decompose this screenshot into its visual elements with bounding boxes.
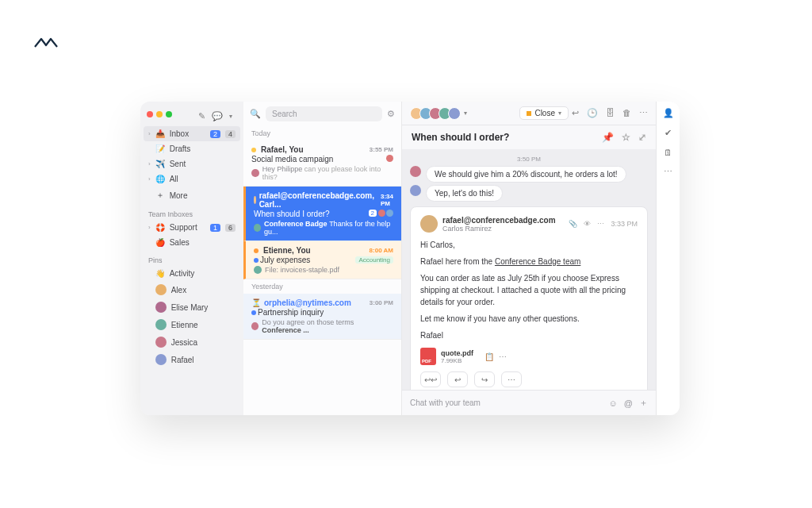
sidebar-item-person[interactable]: ›Alex (140, 281, 243, 298)
sidebar-item-more[interactable]: ›＋ More (140, 187, 243, 204)
attachment-icon[interactable]: 📎 (569, 220, 577, 228)
sidebar-item-all[interactable]: ›🌐 All (140, 171, 243, 187)
attachment-name: quote.pdf (441, 349, 473, 357)
sidebar-item-sales[interactable]: ›🍎 Sales (140, 235, 243, 250)
participant-avatars[interactable]: ▾ (410, 107, 467, 120)
sidebar-item-sent[interactable]: ›✈️ Sent (140, 156, 243, 171)
email-card: rafael@conferencebadge.com Carlos Ramire… (410, 206, 648, 390)
window-minimize[interactable] (156, 111, 163, 117)
compose-icon[interactable]: ✎ (198, 111, 205, 121)
right-toolbar: 👤 ✔︎ 🗓︎ ⋯ (656, 102, 680, 415)
inbox-unread-badge: 2 (210, 130, 220, 138)
filter-icon[interactable]: ⚙︎ (387, 109, 395, 119)
composer-placeholder: Chat with your team (410, 398, 603, 407)
profile-icon[interactable]: 👤 (663, 108, 674, 118)
sales-icon: 🍎 (155, 238, 165, 247)
chat-bubble: Yep, let's do this! (426, 185, 503, 202)
mention-icon[interactable]: @ (624, 398, 633, 408)
sidebar-item-inbox[interactable]: ›📥 Inbox 2 4 (144, 126, 240, 141)
list-header-yesterday: Yesterday (243, 279, 401, 294)
more-icon[interactable]: ⋯ (597, 220, 604, 228)
emoji-icon[interactable]: ☺︎ (609, 398, 618, 408)
sidebar-item-support[interactable]: ›🛟 Support 1 6 (140, 220, 243, 235)
trash-icon[interactable]: 🗑︎ (622, 108, 631, 118)
section-pins: Pins (140, 250, 243, 266)
sidebar-label: Inbox (170, 129, 189, 138)
window-close[interactable] (147, 111, 153, 117)
avatar (410, 185, 421, 196)
more-icon[interactable]: ⋯ (639, 108, 648, 118)
composer[interactable]: Chat with your team ☺︎ @ ＋ (402, 390, 656, 415)
more-icon[interactable]: ⋯ (664, 167, 672, 177)
drafts-icon: 📝 (155, 144, 165, 153)
forward-button[interactable]: ↪︎ (474, 371, 495, 387)
sidebar-item-person[interactable]: ›Rafael (140, 351, 243, 368)
email-from: rafael@conferencebadge.com (442, 216, 556, 225)
sent-icon: ✈️ (155, 160, 165, 168)
search-input[interactable] (266, 106, 382, 121)
eye-icon[interactable]: 👁 (584, 220, 591, 228)
pin-icon[interactable]: 📌 (602, 132, 614, 143)
snooze-icon[interactable]: 🕒 (587, 108, 598, 118)
all-icon: 🌐 (155, 175, 165, 183)
more-button[interactable]: ⋯ (501, 371, 522, 387)
close-button[interactable]: Close ▾ (519, 106, 569, 120)
attach-icon[interactable]: ＋ (639, 397, 648, 409)
sender-avatar (420, 215, 438, 233)
app-logo (33, 35, 59, 52)
plus-icon: ＋ (155, 190, 165, 201)
reply-all-icon[interactable]: ↩︎ (572, 108, 579, 118)
avatar (410, 166, 421, 177)
reading-pane: ▾ Close ▾ ↩︎ 🕒 🗄︎ 🗑︎ ⋯ When should I or (402, 102, 656, 415)
email-client-window: ✎ 💬 ▾ ›📥 Inbox 2 4 ›📝 Drafts ›✈️ Sent (140, 102, 680, 415)
sidebar: ✎ 💬 ▾ ›📥 Inbox 2 4 ›📝 Drafts ›✈️ Sent (140, 102, 243, 415)
copy-icon[interactable]: 📋 (485, 352, 494, 361)
calendar-icon[interactable]: 🗓︎ (664, 148, 672, 157)
more-icon[interactable]: ⋯ (499, 352, 507, 361)
email-timestamp: 3:33 PM (611, 220, 638, 228)
activity-icon: 👋 (155, 269, 165, 278)
reply-button[interactable]: ↩︎ (447, 371, 468, 387)
sidebar-item-drafts[interactable]: ›📝 Drafts (140, 141, 243, 156)
attachment-size: 7.99KB (441, 357, 473, 364)
attachment[interactable]: quote.pdf 7.99KB 📋 ⋯ (420, 348, 638, 365)
check-icon[interactable]: ✔︎ (665, 128, 672, 138)
timestamp: 3:50 PM (410, 156, 648, 163)
email-body: Hi Carlos, Rafael here from the Conferen… (420, 239, 638, 341)
status-square-icon (527, 111, 531, 116)
sidebar-item-person[interactable]: ›Jessica (140, 333, 243, 351)
list-item[interactable]: Rafael, You3:55 PM Social media campaign… (243, 140, 401, 187)
inbox-total-badge: 4 (225, 130, 236, 138)
list-item[interactable]: Etienne, You8:00 AM July expensesAccount… (243, 241, 401, 279)
sidebar-item-person[interactable]: ›Elise Mary (140, 298, 243, 316)
archive-icon[interactable]: 🗄︎ (606, 108, 615, 118)
reply-all-button[interactable]: ↩︎↩︎ (420, 371, 441, 387)
chevron-down-icon[interactable]: ▾ (464, 110, 467, 117)
hourglass-icon: ⏳ (251, 298, 261, 307)
sidebar-item-person[interactable]: ›Etienne (140, 316, 243, 333)
support-icon: 🛟 (155, 223, 165, 232)
email-from-name: Carlos Ramirez (442, 225, 556, 233)
section-team-inboxes: Team Inboxes (140, 204, 243, 220)
expand-icon[interactable]: ⤢ (638, 132, 646, 143)
inbox-icon: 📥 (155, 129, 165, 138)
window-zoom[interactable] (166, 111, 172, 117)
list-header-today: Today (243, 126, 401, 140)
chat-icon[interactable]: 💬 (212, 111, 223, 121)
list-item[interactable]: ⏳orphelia@nytimes.com3:00 PM Partnership… (243, 294, 401, 340)
chat-bubble: We should give him a 20% discount, he or… (426, 166, 626, 183)
message-list: 🔍 ⚙︎ Today Rafael, You3:55 PM Social med… (243, 102, 402, 415)
thread-subject-bar: When should I order? 📌 ☆ ⤢ (402, 125, 656, 149)
thread-subject: When should I order? (412, 132, 509, 143)
chevron-down-icon: ▾ (558, 110, 561, 117)
star-icon[interactable]: ☆ (622, 132, 630, 143)
sidebar-item-activity[interactable]: ›👋 Activity (140, 266, 243, 281)
chevron-down-icon[interactable]: ▾ (229, 113, 232, 120)
list-item-selected[interactable]: rafael@conferencebadge.com, Carl...3:34 … (243, 187, 401, 241)
pdf-icon (420, 348, 436, 365)
search-icon: 🔍 (250, 109, 261, 119)
